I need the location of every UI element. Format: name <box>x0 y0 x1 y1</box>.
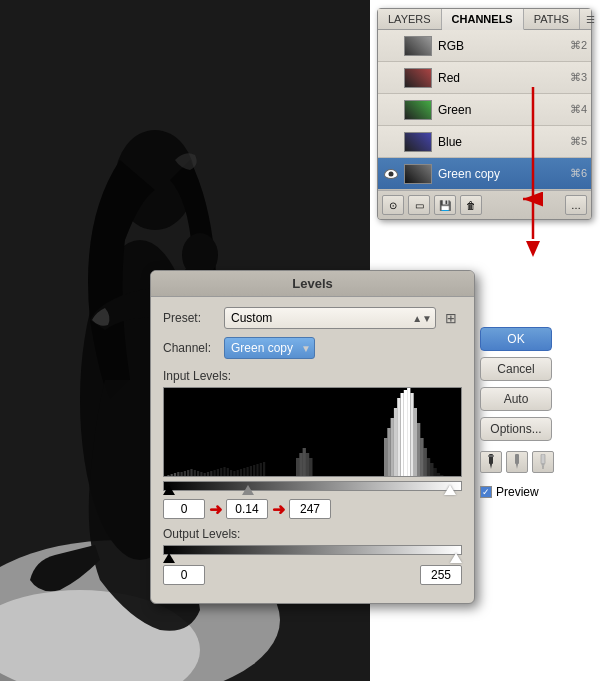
input-levels-label: Input Levels: <box>163 369 231 383</box>
visibility-rgb[interactable] <box>382 37 400 55</box>
dialog-buttons: OK Cancel Auto Options... <box>480 327 554 499</box>
output-level-white[interactable] <box>420 565 462 585</box>
svg-rect-11 <box>167 475 169 477</box>
input-slider-track <box>163 481 462 491</box>
eyedropper-black-icon <box>485 454 497 470</box>
red-arrow-mid: ➜ <box>209 500 222 519</box>
svg-rect-21 <box>200 472 202 477</box>
dialog-body: Preset: ▲▼ ⊞ Channel: Green copy RGB Red… <box>151 297 474 603</box>
auto-button[interactable]: Auto <box>480 387 552 411</box>
svg-rect-32 <box>237 470 239 477</box>
new-channel-btn[interactable]: ▭ <box>408 195 430 215</box>
svg-rect-35 <box>247 467 249 477</box>
input-level-black[interactable]: 0 <box>163 499 205 519</box>
svg-rect-60 <box>430 463 433 477</box>
input-level-mid[interactable] <box>226 499 268 519</box>
channel-dropdown-wrapper[interactable]: Green copy RGB Red Green Blue ▼ <box>224 337 315 359</box>
output-levels-label: Output Levels: <box>163 527 240 541</box>
panel-menu-button[interactable]: ☰ <box>580 9 600 29</box>
channel-name-green-copy: Green copy <box>438 167 566 181</box>
eyedropper-row <box>480 451 554 473</box>
output-slider-track <box>163 545 462 555</box>
svg-rect-20 <box>197 471 199 477</box>
svg-rect-22 <box>204 473 206 477</box>
preset-adjust-btn[interactable]: ⊞ <box>440 307 462 329</box>
channel-select[interactable]: Green copy RGB Red Green Blue <box>224 337 315 359</box>
svg-rect-36 <box>250 466 252 477</box>
red-arrow-white: ➜ <box>272 500 285 519</box>
white-output-thumb[interactable] <box>450 553 462 563</box>
svg-rect-15 <box>181 472 183 477</box>
svg-marker-70 <box>542 464 544 469</box>
save-selection-btn[interactable]: 💾 <box>434 195 456 215</box>
eyedropper-gray-btn[interactable] <box>506 451 528 473</box>
svg-rect-14 <box>177 472 179 477</box>
dialog-titlebar: Levels <box>151 271 474 297</box>
preview-checkbox[interactable] <box>480 486 492 498</box>
new-channel-mask-btn[interactable]: ⊙ <box>382 195 404 215</box>
shortcut-rgb: ⌘2 <box>570 39 587 52</box>
svg-rect-31 <box>233 471 235 477</box>
preset-input[interactable] <box>224 307 436 329</box>
svg-rect-12 <box>171 474 173 477</box>
watermark: 思缘设计论坛 www.missyuan.com <box>441 659 592 673</box>
tab-layers[interactable]: LAYERS <box>378 9 442 29</box>
tab-channels[interactable]: CHANNELS <box>442 9 524 30</box>
preset-label: Preset: <box>163 311 218 325</box>
svg-rect-42 <box>299 453 302 477</box>
svg-rect-53 <box>407 388 410 477</box>
svg-rect-43 <box>303 448 306 477</box>
thumb-green-copy <box>404 164 432 184</box>
svg-rect-57 <box>420 438 423 477</box>
svg-rect-26 <box>217 469 219 477</box>
svg-rect-44 <box>306 453 309 477</box>
svg-rect-25 <box>214 470 216 477</box>
black-output-thumb[interactable] <box>163 553 175 563</box>
preset-dropdown-wrapper[interactable]: ▲▼ <box>224 307 436 329</box>
histogram-svg <box>164 388 461 477</box>
visibility-blue[interactable] <box>382 133 400 151</box>
visibility-green-copy[interactable] <box>382 165 400 183</box>
delete-channel-btn[interactable]: 🗑 <box>460 195 482 215</box>
eyedropper-white-btn[interactable] <box>532 451 554 473</box>
panel-options-btn[interactable]: … <box>565 195 587 215</box>
preset-row: Preset: ▲▼ ⊞ <box>163 307 462 329</box>
input-level-white[interactable] <box>289 499 331 519</box>
thumb-green <box>404 100 432 120</box>
mid-input-thumb[interactable] <box>242 485 254 495</box>
channel-label: Channel: <box>163 341 218 355</box>
svg-rect-18 <box>190 469 192 477</box>
svg-rect-49 <box>394 408 397 477</box>
channel-row-rgb[interactable]: RGB ⌘2 <box>378 30 591 62</box>
output-slider-area <box>163 545 462 559</box>
options-button[interactable]: Options... <box>480 417 552 441</box>
output-level-black[interactable] <box>163 565 205 585</box>
visibility-green[interactable] <box>382 101 400 119</box>
black-input-thumb[interactable] <box>163 485 175 495</box>
channel-row-green[interactable]: Green ⌘4 <box>378 94 591 126</box>
input-levels-label-row: Input Levels: <box>163 369 462 383</box>
channel-row-red[interactable]: Red ⌘3 <box>378 62 591 94</box>
channel-name-blue: Blue <box>438 135 566 149</box>
svg-rect-66 <box>488 455 494 457</box>
visibility-red[interactable] <box>382 69 400 87</box>
white-input-thumb[interactable] <box>444 485 456 495</box>
tab-paths[interactable]: PATHS <box>524 9 580 29</box>
channel-row-green-copy[interactable]: Green copy ⌘6 <box>378 158 591 190</box>
channel-row-blue[interactable]: Blue ⌘5 <box>378 126 591 158</box>
svg-rect-39 <box>260 463 262 477</box>
svg-rect-59 <box>427 458 430 477</box>
shortcut-red: ⌘3 <box>570 71 587 84</box>
svg-rect-62 <box>437 473 440 477</box>
eyedropper-black-btn[interactable] <box>480 451 502 473</box>
input-levels-values-row: 0 ➜ ➜ <box>163 499 462 519</box>
svg-rect-37 <box>253 465 255 477</box>
shortcut-blue: ⌘5 <box>570 135 587 148</box>
ok-button[interactable]: OK <box>480 327 552 351</box>
svg-rect-33 <box>240 469 242 477</box>
thumb-blue <box>404 132 432 152</box>
svg-rect-41 <box>296 458 299 477</box>
eyedropper-gray-icon <box>511 454 523 470</box>
cancel-button[interactable]: Cancel <box>480 357 552 381</box>
svg-rect-50 <box>397 398 400 477</box>
